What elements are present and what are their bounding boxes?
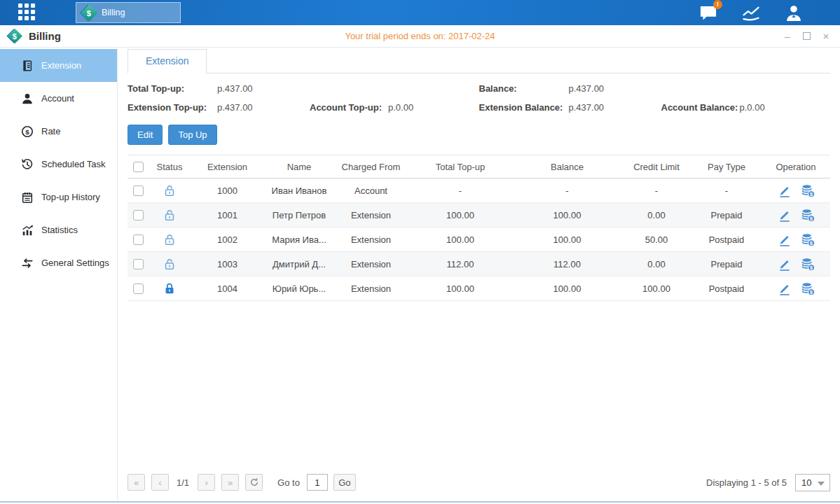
row-checkbox[interactable] <box>133 210 144 220</box>
sidebar-item-label: Extension <box>41 60 81 71</box>
name-cell: Мария Ива... <box>264 234 334 245</box>
operation-cell: $ <box>762 208 830 223</box>
top-up-coins-icon[interactable]: $ <box>801 232 815 247</box>
row-select-cell <box>128 234 149 245</box>
sidebar-item-scheduled-task[interactable]: Scheduled Task <box>0 148 117 181</box>
top-up-button[interactable]: Top Up <box>168 125 216 145</box>
tab-strip: Extension <box>128 49 830 74</box>
row-checkbox[interactable] <box>133 234 144 245</box>
tab-extension[interactable]: Extension <box>128 49 207 74</box>
top-up-coins-icon[interactable]: $ <box>801 208 815 223</box>
sidebar-item-label: Top-up History <box>41 192 100 202</box>
user-account-icon[interactable] <box>784 4 804 22</box>
edit-pencil-icon[interactable] <box>777 183 792 198</box>
row-checkbox[interactable] <box>133 186 144 196</box>
extension-cell: 1002 <box>191 234 264 245</box>
total-topup-cell: 100.00 <box>408 284 513 294</box>
row-select-cell <box>128 209 149 220</box>
total-topup-cell: 112.00 <box>408 259 513 270</box>
top-up-coins-icon[interactable]: $ <box>801 257 815 272</box>
charged-from-cell: Extension <box>334 210 408 220</box>
pay-type-cell: Postpaid <box>691 284 762 294</box>
sidebar-item-label: Scheduled Task <box>41 159 106 169</box>
statistics-icon <box>21 224 34 237</box>
extension-cell: 1000 <box>191 186 264 196</box>
table-row[interactable]: 1004Юрий Юрь...Extension100.00100.00100.… <box>128 276 830 301</box>
minimize-icon[interactable]: – <box>782 31 793 42</box>
extension-topup-value: p.437.00 <box>217 102 310 113</box>
svg-text:$: $ <box>810 191 813 197</box>
credit-limit-cell: - <box>621 186 691 196</box>
extension-cell: 1001 <box>191 210 264 220</box>
sidebar-item-topup-history[interactable]: Top-up History <box>0 181 117 214</box>
table-row[interactable]: 1003Дмитрий Д...Extension112.00112.000.0… <box>128 252 830 276</box>
sidebar-item-rate[interactable]: $ Rate <box>0 115 117 148</box>
balance-cell: - <box>513 186 621 196</box>
sidebar-item-extension[interactable]: Extension <box>0 49 117 82</box>
table-row[interactable]: 1000Иван ИвановAccount----$ <box>128 178 830 203</box>
statistics-monitor-icon[interactable] <box>741 4 761 22</box>
charged-from-cell: Extension <box>334 284 408 294</box>
select-all-checkbox[interactable] <box>133 162 144 172</box>
close-icon[interactable]: × <box>820 31 832 42</box>
app-launcher-icon[interactable] <box>18 4 37 22</box>
pay-type-cell: Postpaid <box>691 234 762 245</box>
table-row[interactable]: 1002Мария Ива...Extension100.00100.0050.… <box>128 227 830 252</box>
edit-pencil-icon[interactable] <box>777 257 792 272</box>
balance-cell: 100.00 <box>513 234 621 245</box>
maximize-icon[interactable] <box>803 32 811 40</box>
last-page-button[interactable]: » <box>221 474 239 491</box>
first-page-button[interactable]: « <box>128 474 145 491</box>
refresh-icon[interactable] <box>245 474 263 491</box>
sidebar-item-account[interactable]: Account <box>0 82 117 115</box>
table-row[interactable]: 1001Петр ПетровExtension100.00100.000.00… <box>128 203 830 227</box>
total-topup-cell: 100.00 <box>408 210 513 220</box>
col-charged-from: Charged From <box>334 162 408 172</box>
charged-from-cell: Account <box>334 186 408 196</box>
top-up-coins-icon[interactable]: $ <box>801 281 815 296</box>
chevron-down-icon <box>818 482 825 486</box>
edit-pencil-icon[interactable] <box>777 281 792 296</box>
edit-pencil-icon[interactable] <box>777 208 792 223</box>
credit-limit-cell: 0.00 <box>621 259 691 270</box>
edit-pencil-icon[interactable] <box>777 232 792 247</box>
next-page-button[interactable]: › <box>198 474 215 491</box>
svg-text:$: $ <box>810 289 813 295</box>
main-content: Extension Total Top-up: p.437.00 Extensi… <box>118 48 840 501</box>
top-up-coins-icon[interactable]: $ <box>801 183 815 198</box>
goto-label: Go to <box>277 477 300 488</box>
operation-cell: $ <box>762 232 830 247</box>
row-checkbox[interactable] <box>133 284 144 294</box>
col-pay-type: Pay Type <box>691 162 762 172</box>
balance-cell: 100.00 <box>513 284 621 294</box>
pay-type-cell: - <box>691 186 762 196</box>
name-cell: Юрий Юрь... <box>264 284 334 294</box>
row-select-cell <box>128 185 149 196</box>
sidebar-item-general-settings[interactable]: General Settings <box>0 246 117 279</box>
taskbar-app-billing[interactable]: $ Billing <box>76 2 181 23</box>
svg-text:$: $ <box>810 265 813 270</box>
prev-page-button[interactable]: ‹ <box>151 474 169 491</box>
row-checkbox[interactable] <box>133 259 144 270</box>
pagination-bar: « ‹ 1/1 › » Go to Go Displaying 1 - 5 of… <box>128 470 830 501</box>
extension-cell: 1004 <box>191 284 264 294</box>
operation-cell: $ <box>762 281 830 296</box>
page-size-select[interactable]: 10 <box>795 474 830 491</box>
total-topup-cell: - <box>408 186 513 196</box>
total-topup-cell: 100.00 <box>408 234 513 245</box>
status-cell <box>149 232 191 246</box>
edit-button[interactable]: Edit <box>128 125 163 145</box>
go-button[interactable]: Go <box>333 474 356 491</box>
billing-window-icon: $ <box>8 29 22 43</box>
credit-limit-cell: 100.00 <box>621 284 691 294</box>
lock-open-icon <box>163 208 177 222</box>
page-indicator: 1/1 <box>177 477 189 488</box>
sidebar-item-statistics[interactable]: Statistics <box>0 214 117 246</box>
goto-page-input[interactable] <box>307 474 328 491</box>
account-icon <box>21 92 34 105</box>
status-cell <box>149 257 191 271</box>
balance-value: p.437.00 <box>569 83 661 94</box>
total-topup-value: p.437.00 <box>217 83 310 94</box>
pay-type-cell: Prepaid <box>691 259 762 270</box>
messages-icon[interactable]: ! <box>698 4 718 22</box>
